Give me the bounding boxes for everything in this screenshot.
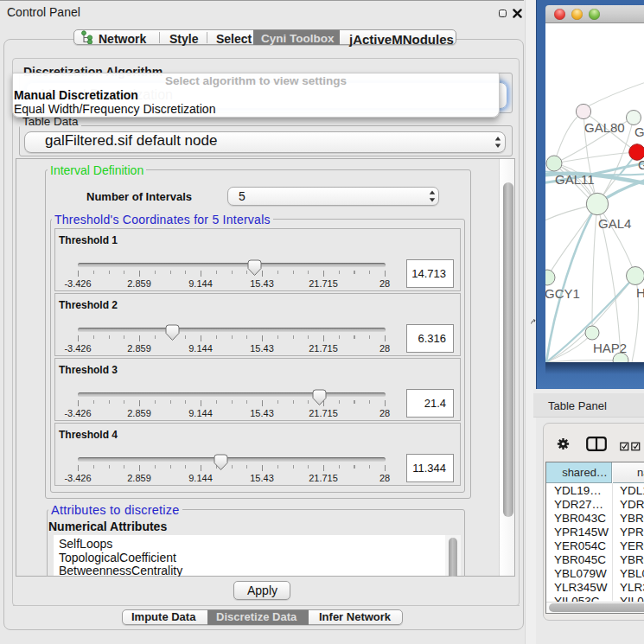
svg-text:G: G — [638, 157, 644, 172]
svg-text:HAP2: HAP2 — [593, 341, 627, 355]
svg-text:GAL4: GAL4 — [598, 216, 631, 231]
svg-text:GAL80: GAL80 — [584, 120, 625, 135]
svg-text:GCY1: GCY1 — [545, 286, 580, 301]
svg-text:GAL11: GAL11 — [555, 172, 595, 187]
svg-text:HIS4: HIS4 — [636, 285, 644, 300]
svg-text:GAL80: GAL80 — [634, 124, 644, 139]
